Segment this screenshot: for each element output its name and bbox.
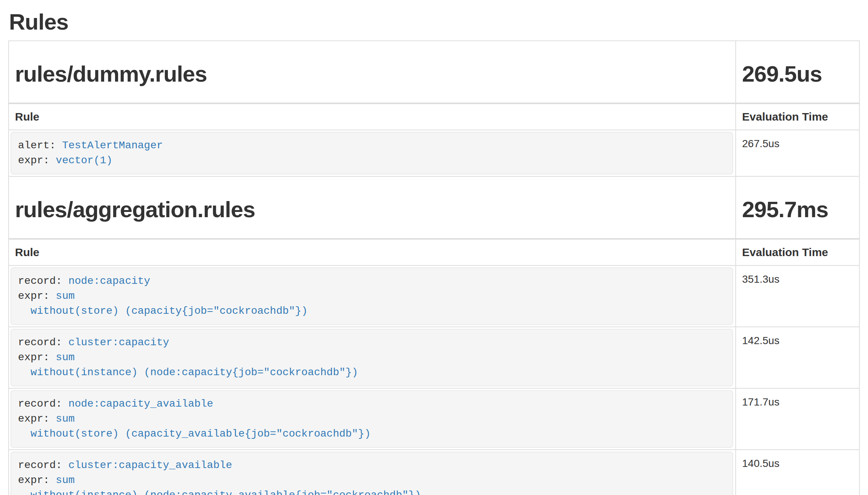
- rule-column-header: Rule: [9, 103, 736, 130]
- rule-definition-cell: record: cluster:capacity expr: sum witho…: [9, 327, 736, 388]
- rule-row: record: node:capacity_available expr: su…: [9, 388, 859, 450]
- expr-keyword: expr:: [18, 413, 49, 425]
- rule-definition-cell: record: node:capacity expr: sum without(…: [9, 265, 736, 327]
- rule-group-total-time-cell: 269.5us: [736, 41, 859, 103]
- expr-keyword: expr:: [18, 352, 49, 363]
- rule-group-name-cell: rules/aggregation.rules: [9, 176, 736, 239]
- eval-time-column-header: Evaluation Time: [736, 239, 859, 265]
- eval-time-column-header: Evaluation Time: [736, 103, 859, 130]
- rule-group-name: rules/aggregation.rules: [15, 197, 729, 222]
- rule-row: record: cluster:capacity expr: sum witho…: [9, 327, 859, 388]
- rules-table: rules/dummy.rules 269.5us Rule Evaluatio…: [8, 40, 860, 495]
- rule-column-header: Rule: [9, 239, 736, 265]
- rule-row: record: node:capacity expr: sum without(…: [9, 265, 859, 327]
- expr-keyword: expr:: [18, 155, 49, 166]
- rule-eval-time: 267.5us: [736, 130, 859, 176]
- record-name-link[interactable]: cluster:capacity_available: [68, 459, 232, 471]
- rule-keyword: record:: [18, 459, 62, 471]
- expression-link[interactable]: vector(1): [56, 155, 112, 166]
- rule-row: alert: TestAlertManager expr: vector(1) …: [9, 130, 859, 176]
- rule-group-total-time-cell: 295.7ms: [736, 176, 859, 239]
- rule-keyword: alert:: [18, 140, 56, 151]
- page-title: Rules: [9, 9, 860, 35]
- alert-name-link[interactable]: TestAlertManager: [62, 140, 163, 151]
- rule-row: record: cluster:capacity_available expr:…: [9, 450, 859, 495]
- rule-group-header-row: rules/aggregation.rules 295.7ms: [9, 176, 859, 239]
- rule-group-total-time: 295.7ms: [742, 197, 853, 222]
- rule-group-header-row: rules/dummy.rules 269.5us: [9, 41, 859, 103]
- record-name-link[interactable]: node:capacity_available: [68, 398, 213, 410]
- rule-definition-code: record: node:capacity expr: sum without(…: [10, 267, 733, 325]
- expr-keyword: expr:: [18, 290, 49, 302]
- rule-definition-code: record: node:capacity_available expr: su…: [10, 390, 733, 448]
- column-header-row: Rule Evaluation Time: [9, 239, 859, 265]
- rule-definition-code: alert: TestAlertManager expr: vector(1): [10, 132, 733, 174]
- column-header-row: Rule Evaluation Time: [9, 103, 859, 130]
- rule-definition-cell: record: cluster:capacity_available expr:…: [9, 450, 736, 495]
- rule-eval-time: 171.7us: [736, 388, 859, 450]
- rule-keyword: record:: [18, 275, 62, 287]
- rule-keyword: record:: [18, 398, 62, 410]
- rule-group-name-cell: rules/dummy.rules: [9, 41, 736, 103]
- expression-link[interactable]: sum without(store) (capacity{job="cockro…: [18, 290, 308, 317]
- rule-definition-cell: alert: TestAlertManager expr: vector(1): [9, 130, 736, 176]
- rule-keyword: record:: [18, 337, 62, 348]
- rule-eval-time: 142.5us: [736, 327, 859, 388]
- rule-eval-time: 140.5us: [736, 450, 859, 495]
- expression-link[interactable]: sum without(store) (capacity_available{j…: [18, 413, 371, 440]
- rule-definition-cell: record: node:capacity_available expr: su…: [9, 388, 736, 450]
- rule-group-total-time: 269.5us: [742, 61, 853, 87]
- expression-link[interactable]: sum without(instance) (node:capacity_ava…: [18, 474, 421, 495]
- expr-keyword: expr:: [18, 474, 49, 486]
- rule-group-name: rules/dummy.rules: [15, 61, 729, 87]
- record-name-link[interactable]: node:capacity: [68, 275, 150, 287]
- rule-eval-time: 351.3us: [736, 265, 859, 327]
- rules-page: Rules rules/dummy.rules 269.5us Rule Eva…: [0, 0, 868, 495]
- rule-definition-code: record: cluster:capacity_available expr:…: [10, 452, 733, 495]
- record-name-link[interactable]: cluster:capacity: [68, 337, 169, 348]
- rule-definition-code: record: cluster:capacity expr: sum witho…: [10, 329, 733, 386]
- expression-link[interactable]: sum without(instance) (node:capacity{job…: [18, 352, 358, 378]
